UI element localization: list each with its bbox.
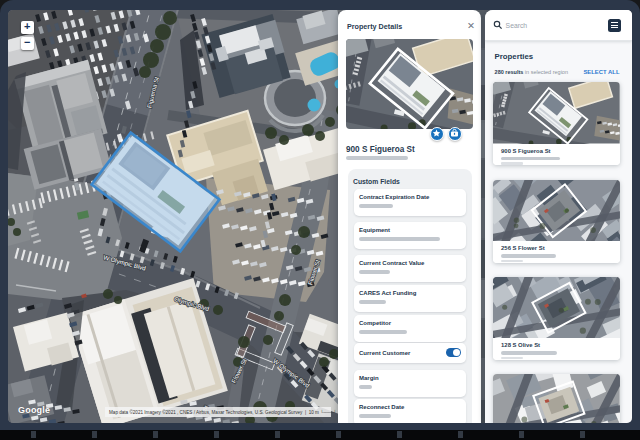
svg-text:Map data ©2021 Imagery ©2021 ,: Map data ©2021 Imagery ©2021 , CNES / Ai… (109, 409, 336, 415)
svg-text:Google: Google (18, 405, 50, 415)
